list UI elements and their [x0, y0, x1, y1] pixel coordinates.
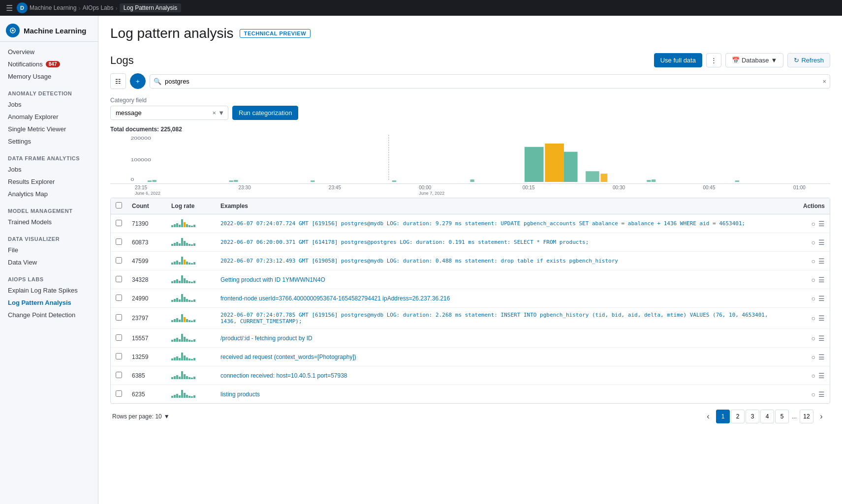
prev-page-button[interactable]: ‹ — [701, 410, 715, 423]
x-label-6: 00:30 — [613, 185, 625, 196]
row-example-1[interactable]: 2022-06-07 06:20:00.371 GMT [614178] pos… — [216, 233, 790, 252]
row-count-0: 71390 — [127, 214, 166, 233]
row-menu-icon-6[interactable]: ☰ — [818, 334, 825, 342]
row-edit-icon-4[interactable]: ○ — [811, 295, 815, 302]
row-example-4[interactable]: frontend-node userId=3766.4000000953674-… — [216, 289, 790, 308]
use-full-data-button[interactable]: Use full data — [654, 53, 702, 67]
page-ellipsis: ... — [790, 413, 799, 420]
category-chevron-icon[interactable]: ▼ — [218, 109, 224, 117]
select-all-checkbox[interactable] — [116, 202, 122, 208]
row-example-7[interactable]: received ad request (context_words=[Phot… — [216, 348, 790, 366]
row-example-8[interactable]: connection received: host=10.40.5.1 port… — [216, 366, 790, 385]
sidebar-item-data-view[interactable]: Data View — [0, 256, 98, 268]
section-aiops-labs: AIOps Labs — [0, 270, 98, 284]
page-12-button[interactable]: 12 — [800, 410, 813, 423]
row-edit-icon-9[interactable]: ○ — [811, 390, 815, 398]
refresh-button[interactable]: ↻ Refresh — [787, 53, 830, 67]
more-options-button[interactable]: ⋮ — [706, 53, 721, 67]
filter-icon-button[interactable]: ☷ — [110, 73, 126, 89]
x-label-8: 01:00 — [793, 185, 806, 196]
row-checkbox-6[interactable] — [116, 334, 122, 341]
row-checkbox-0[interactable] — [116, 220, 122, 226]
category-input[interactable] — [110, 106, 228, 120]
svg-rect-20 — [735, 180, 739, 182]
sidebar-item-analytics-map[interactable]: Analytics Map — [0, 188, 98, 200]
row-menu-icon-7[interactable]: ☰ — [818, 353, 825, 361]
page-2-button[interactable]: 2 — [731, 410, 745, 423]
calendar-button[interactable]: 📅 Database ▼ — [725, 53, 784, 67]
menu-icon[interactable]: ☰ — [4, 1, 15, 15]
row-example-5[interactable]: 2022-06-07 07:24:07.785 GMT [619156] pos… — [216, 308, 790, 329]
row-checkbox-7[interactable] — [116, 353, 122, 359]
total-docs-value: 225,082 — [160, 126, 182, 133]
breadcrumb-aiops-labs[interactable]: AIOps Labs — [83, 4, 114, 11]
sidebar-item-overview[interactable]: Overview — [0, 46, 98, 58]
sidebar-item-notifications[interactable]: Notifications 847 — [0, 58, 98, 70]
row-edit-icon-6[interactable]: ○ — [811, 334, 815, 342]
row-actions-3: ○☰ — [790, 270, 830, 289]
row-menu-icon-3[interactable]: ☰ — [818, 276, 825, 284]
row-menu-icon-1[interactable]: ☰ — [818, 238, 825, 246]
row-example-6[interactable]: /product/:id - fetching product by ID — [216, 329, 790, 348]
sidebar-item-log-pattern-analysis[interactable]: Log Pattern Analysis — [0, 296, 98, 309]
row-actions-4: ○☰ — [790, 289, 830, 308]
row-checkbox-1[interactable] — [116, 238, 122, 245]
row-checkbox-9[interactable] — [116, 390, 122, 397]
sidebar-item-single-metric-viewer[interactable]: Single Metric Viewer — [0, 123, 98, 135]
row-checkbox-5[interactable] — [116, 314, 122, 321]
row-edit-icon-5[interactable]: ○ — [811, 314, 815, 322]
row-checkbox-3[interactable] — [116, 276, 122, 282]
sidebar-item-file[interactable]: File — [0, 244, 98, 256]
sidebar-item-change-point-detection[interactable]: Change Point Detection — [0, 309, 98, 321]
sidebar-item-anomaly-jobs[interactable]: Jobs — [0, 98, 98, 111]
row-menu-icon-9[interactable]: ☰ — [818, 390, 825, 398]
search-clear-icon[interactable]: × — [822, 78, 826, 85]
run-categorization-button[interactable]: Run categorization — [232, 106, 298, 120]
row-checkbox-2[interactable] — [116, 257, 122, 264]
row-menu-icon-0[interactable]: ☰ — [818, 220, 825, 228]
row-edit-icon-3[interactable]: ○ — [811, 276, 815, 284]
sidebar-item-results-explorer[interactable]: Results Explorer — [0, 176, 98, 188]
calendar-icon: 📅 — [732, 57, 740, 64]
page-3-button[interactable]: 3 — [746, 410, 759, 423]
row-menu-icon-2[interactable]: ☰ — [818, 257, 825, 265]
row-lograte-8 — [166, 366, 216, 385]
row-example-0[interactable]: 2022-06-07 07:24:07.724 GMT [619156] pos… — [216, 214, 790, 233]
page-5-button[interactable]: 5 — [775, 410, 789, 423]
row-menu-icon-5[interactable]: ☰ — [818, 314, 825, 322]
row-edit-icon-8[interactable]: ○ — [811, 372, 815, 380]
category-clear-icon[interactable]: × — [213, 109, 217, 117]
sidebar-item-dfa-jobs[interactable]: Jobs — [0, 163, 98, 176]
sidebar-item-explain-log-rate[interactable]: Explain Log Rate Spikes — [0, 284, 98, 296]
next-page-button[interactable]: › — [814, 410, 828, 423]
rows-per-page-selector[interactable]: Rows per page: 10 ▼ — [112, 413, 170, 420]
breadcrumb-machine-learning[interactable]: Machine Learning — [30, 4, 76, 11]
avatar: D — [17, 2, 28, 13]
col-count: Count — [127, 198, 166, 214]
sidebar-item-trained-models[interactable]: Trained Models — [0, 216, 98, 228]
sidebar-item-anomaly-explorer[interactable]: Anomaly Explorer — [0, 111, 98, 123]
page-4-button[interactable]: 4 — [760, 410, 774, 423]
sidebar-item-memory-usage[interactable]: Memory Usage — [0, 70, 98, 83]
sidebar-item-settings[interactable]: Settings — [0, 135, 98, 148]
row-example-3[interactable]: Getting product with ID 1YMWWN1N4O — [216, 270, 790, 289]
row-example-2[interactable]: 2022-06-07 07:23:12.493 GMT [619058] pos… — [216, 252, 790, 270]
breadcrumb-log-pattern-analysis[interactable]: Log Pattern Analysis — [120, 3, 181, 12]
row-checkbox-8[interactable] — [116, 372, 122, 378]
row-edit-icon-0[interactable]: ○ — [811, 220, 815, 228]
row-menu-icon-8[interactable]: ☰ — [818, 372, 825, 380]
row-checkbox-4[interactable] — [116, 295, 122, 301]
rows-per-page-label: Rows per page: 10 — [112, 413, 162, 420]
row-edit-icon-2[interactable]: ○ — [811, 257, 815, 265]
svg-rect-12 — [470, 179, 474, 182]
svg-text:100000: 100000 — [130, 157, 151, 162]
chart-svg: 200000 100000 0 — [110, 135, 830, 183]
row-edit-icon-7[interactable]: ○ — [811, 353, 815, 361]
row-count-8: 6385 — [127, 366, 166, 385]
row-menu-icon-4[interactable]: ☰ — [818, 295, 825, 302]
page-1-button[interactable]: 1 — [716, 410, 730, 423]
add-filter-button[interactable]: + — [130, 73, 146, 89]
row-example-9[interactable]: listing products — [216, 385, 790, 404]
row-edit-icon-1[interactable]: ○ — [811, 238, 815, 246]
search-input[interactable] — [150, 74, 830, 89]
